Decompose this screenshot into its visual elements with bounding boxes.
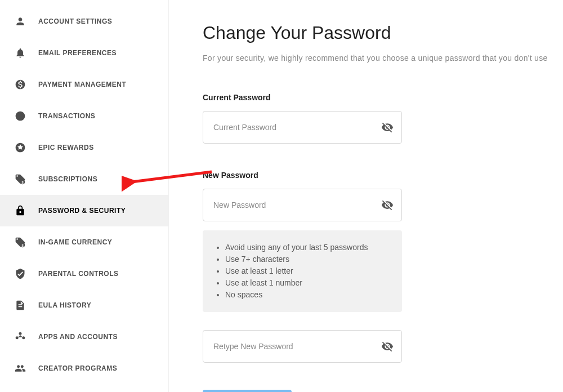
hint-item: No spaces	[225, 289, 391, 301]
lock-icon	[14, 204, 27, 217]
sidebar-item-label: TRANSACTIONS	[38, 112, 95, 120]
sidebar-item-transactions[interactable]: TRANSACTIONS	[0, 100, 168, 132]
bell-icon	[14, 46, 27, 60]
sidebar-item-creator-programs[interactable]: CREATOR PROGRAMS	[0, 353, 168, 384]
sidebar-item-label: APPS AND ACCOUNTS	[38, 333, 118, 341]
rewards-icon	[14, 141, 27, 154]
document-icon	[14, 299, 27, 312]
clock-icon	[14, 109, 27, 123]
password-hints: Avoid using any of your last 5 passwords…	[203, 230, 402, 312]
sidebar-item-account-settings[interactable]: ACCOUNT SETTINGS	[0, 6, 168, 37]
tag-dollar-icon: $	[14, 172, 27, 186]
sidebar-item-label: CREATOR PROGRAMS	[38, 364, 117, 372]
sidebar-item-label: PARENTAL CONTROLS	[38, 270, 119, 278]
sidebar-item-payment-management[interactable]: PAYMENT MANAGEMENT	[0, 69, 168, 100]
sidebar-item-label: EULA HISTORY	[38, 301, 91, 309]
save-changes-button[interactable]: SAVE CHANGES	[203, 390, 292, 392]
sidebar-item-subscriptions[interactable]: $ SUBSCRIPTIONS	[0, 163, 168, 195]
sidebar-item-in-game-currency[interactable]: $ IN-GAME CURRENCY	[0, 226, 168, 258]
sidebar-item-label: PAYMENT MANAGEMENT	[38, 81, 126, 88]
sidebar-item-label: ACCOUNT SETTINGS	[38, 17, 112, 25]
new-password-label: New Password	[203, 171, 563, 180]
apps-icon	[14, 330, 27, 344]
sidebar-item-label: PASSWORD & SECURITY	[38, 207, 126, 215]
sidebar-item-label: EMAIL PREFERENCES	[38, 49, 117, 57]
person-icon	[14, 15, 27, 28]
sidebar-item-eula-history[interactable]: EULA HISTORY	[0, 289, 168, 321]
current-password-input[interactable]	[203, 111, 402, 144]
tag-dollar-icon: $	[14, 235, 27, 249]
sidebar-item-label: EPIC REWARDS	[38, 144, 94, 152]
sidebar-item-parental-controls[interactable]: PARENTAL CONTROLS	[0, 258, 168, 289]
sidebar-item-marketplace-seller[interactable]: MARKETPLACE SELLER	[0, 384, 168, 392]
sidebar: ACCOUNT SETTINGS EMAIL PREFERENCES PAYME…	[0, 0, 169, 392]
shield-check-icon	[14, 267, 27, 280]
people-icon	[14, 362, 27, 375]
visibility-off-icon[interactable]	[381, 121, 394, 134]
sidebar-item-label: IN-GAME CURRENCY	[38, 238, 112, 246]
visibility-off-icon[interactable]	[381, 198, 394, 212]
sidebar-item-password-security[interactable]: PASSWORD & SECURITY	[0, 195, 168, 226]
page-title: Change Your Password	[203, 23, 563, 43]
main-content: Change Your Password For your security, …	[169, 0, 563, 392]
dollar-circle-icon	[14, 78, 27, 91]
sidebar-item-email-preferences[interactable]: EMAIL PREFERENCES	[0, 37, 168, 69]
hint-item: Use at least 1 number	[225, 277, 391, 289]
hint-item: Use 7+ characters	[225, 253, 391, 265]
retype-password-input[interactable]	[203, 330, 402, 363]
visibility-off-icon[interactable]	[381, 340, 394, 353]
hint-item: Avoid using any of your last 5 passwords	[225, 242, 391, 253]
page-subtitle: For your security, we highly recommend t…	[203, 54, 563, 63]
sidebar-item-label: SUBSCRIPTIONS	[38, 175, 97, 183]
hint-item: Use at least 1 letter	[225, 265, 391, 277]
sidebar-item-apps-accounts[interactable]: APPS AND ACCOUNTS	[0, 321, 168, 353]
new-password-input[interactable]	[203, 189, 402, 221]
current-password-label: Current Password	[203, 93, 563, 102]
sidebar-item-epic-rewards[interactable]: EPIC REWARDS	[0, 132, 168, 163]
